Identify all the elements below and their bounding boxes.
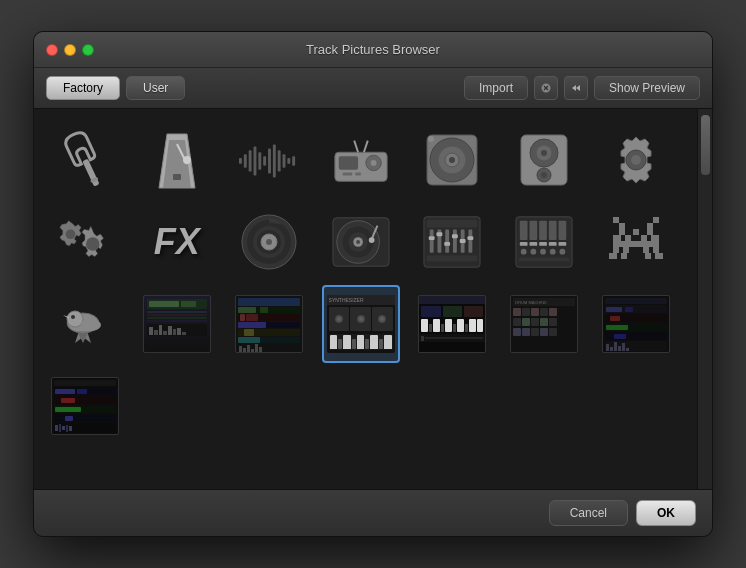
grid-item-speaker2[interactable] bbox=[505, 121, 583, 199]
svg-rect-113 bbox=[639, 229, 647, 235]
svg-rect-98 bbox=[619, 229, 653, 235]
import-button[interactable]: Import bbox=[464, 76, 528, 100]
grid-item-radio[interactable] bbox=[322, 121, 400, 199]
svg-point-89 bbox=[531, 249, 537, 255]
svg-rect-83 bbox=[520, 242, 528, 246]
grid-item-space-invader[interactable] bbox=[597, 203, 675, 281]
grid-item-synth2[interactable] bbox=[413, 285, 491, 363]
mixer-icon bbox=[422, 212, 482, 272]
titlebar: Track Pictures Browser bbox=[34, 32, 712, 68]
rewind-button[interactable] bbox=[564, 76, 588, 100]
grid-item-gear[interactable] bbox=[597, 121, 675, 199]
grid-item-turntable[interactable] bbox=[322, 203, 400, 281]
svg-point-36 bbox=[449, 157, 455, 163]
minimize-button[interactable] bbox=[64, 44, 76, 56]
svg-point-53 bbox=[266, 239, 272, 245]
scrollbar-thumb[interactable] bbox=[701, 115, 710, 175]
svg-point-91 bbox=[550, 249, 556, 255]
grid-item-mixer2[interactable] bbox=[505, 203, 583, 281]
factory-tab[interactable]: Factory bbox=[46, 76, 120, 100]
svg-rect-72 bbox=[445, 242, 451, 246]
svg-point-90 bbox=[540, 249, 546, 255]
main-window: Track Pictures Browser Factory User Impo… bbox=[33, 31, 713, 537]
show-preview-button[interactable]: Show Preview bbox=[594, 76, 700, 100]
svg-rect-74 bbox=[460, 239, 466, 243]
svg-point-61 bbox=[368, 237, 374, 243]
grid-item-bird[interactable] bbox=[46, 285, 124, 363]
svg-rect-18 bbox=[268, 148, 271, 173]
svg-marker-3 bbox=[572, 85, 576, 91]
grid-item-daw4[interactable] bbox=[597, 285, 675, 363]
svg-rect-67 bbox=[453, 229, 457, 252]
grid-item-speaker[interactable] bbox=[413, 121, 491, 199]
svg-rect-112 bbox=[625, 229, 633, 235]
svg-point-27 bbox=[370, 160, 376, 166]
svg-rect-85 bbox=[539, 242, 547, 246]
svg-rect-87 bbox=[559, 242, 567, 246]
grid-item-daw5[interactable] bbox=[46, 367, 124, 445]
scrollbar[interactable] bbox=[697, 109, 712, 489]
svg-point-37 bbox=[428, 136, 434, 142]
close-button[interactable] bbox=[46, 44, 58, 56]
grid-item-mixer[interactable] bbox=[413, 203, 491, 281]
traffic-lights bbox=[46, 44, 94, 56]
svg-point-46 bbox=[66, 229, 76, 239]
fx-text-icon: FX bbox=[147, 212, 207, 272]
svg-rect-63 bbox=[427, 220, 477, 228]
tuning-fork-icon bbox=[55, 130, 115, 190]
svg-rect-64 bbox=[430, 229, 434, 252]
svg-rect-28 bbox=[342, 173, 352, 176]
svg-rect-16 bbox=[258, 152, 261, 169]
grid-item-metronome[interactable] bbox=[138, 121, 216, 199]
svg-rect-81 bbox=[549, 221, 557, 240]
svg-rect-69 bbox=[469, 229, 473, 252]
toolbar: Factory User Import Show Preview bbox=[34, 68, 712, 109]
grid-item-daw3[interactable]: DRUM MACHINE bbox=[505, 285, 583, 363]
clear-button[interactable] bbox=[534, 76, 558, 100]
maximize-button[interactable] bbox=[82, 44, 94, 56]
fx-label: FX bbox=[154, 221, 200, 263]
grid-item-daw2[interactable] bbox=[230, 285, 308, 363]
svg-point-41 bbox=[541, 150, 547, 156]
svg-rect-12 bbox=[239, 158, 242, 164]
svg-rect-15 bbox=[253, 146, 256, 175]
waveform-icon bbox=[239, 130, 299, 190]
grid-item-synth1[interactable]: SYNTHESIZER bbox=[322, 285, 400, 363]
svg-rect-105 bbox=[623, 247, 629, 253]
svg-point-116 bbox=[71, 315, 75, 319]
speaker2-icon bbox=[514, 130, 574, 190]
svg-rect-84 bbox=[530, 242, 538, 246]
icon-grid: FX bbox=[34, 109, 697, 489]
svg-line-30 bbox=[354, 141, 358, 153]
svg-rect-106 bbox=[643, 247, 649, 253]
gear-icon bbox=[606, 130, 666, 190]
svg-rect-97 bbox=[647, 223, 653, 229]
grid-item-fx[interactable]: FX bbox=[138, 203, 216, 281]
svg-point-59 bbox=[356, 240, 360, 244]
ok-button[interactable]: OK bbox=[636, 500, 696, 526]
svg-rect-29 bbox=[355, 173, 361, 176]
grid-item-gears[interactable] bbox=[46, 203, 124, 281]
grid-item-tuning-fork[interactable] bbox=[46, 121, 124, 199]
svg-rect-107 bbox=[653, 247, 659, 253]
window-title: Track Pictures Browser bbox=[306, 42, 440, 57]
footer: Cancel OK bbox=[34, 489, 712, 536]
svg-rect-93 bbox=[519, 257, 569, 261]
svg-rect-102 bbox=[651, 235, 659, 241]
svg-rect-101 bbox=[641, 235, 647, 241]
grid-item-vinyl[interactable] bbox=[230, 203, 308, 281]
svg-rect-76 bbox=[427, 256, 477, 262]
user-tab[interactable]: User bbox=[126, 76, 185, 100]
svg-point-43 bbox=[541, 172, 547, 178]
cancel-button[interactable]: Cancel bbox=[549, 500, 628, 526]
svg-rect-20 bbox=[277, 150, 280, 171]
svg-rect-95 bbox=[653, 217, 659, 223]
speaker-icon bbox=[422, 130, 482, 190]
grid-item-daw1[interactable] bbox=[138, 285, 216, 363]
grid-item-waveform[interactable] bbox=[230, 121, 308, 199]
svg-rect-111 bbox=[655, 253, 663, 259]
svg-point-45 bbox=[631, 155, 641, 165]
svg-rect-66 bbox=[446, 229, 450, 252]
svg-point-11 bbox=[183, 156, 191, 164]
svg-rect-110 bbox=[645, 253, 651, 259]
